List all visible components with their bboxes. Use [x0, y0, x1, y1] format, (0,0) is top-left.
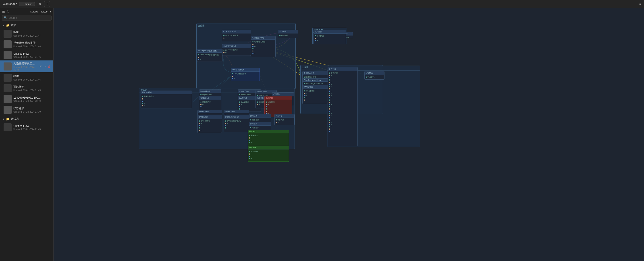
node-body: SAM处理器────	[198, 119, 222, 132]
export-icon[interactable]: ↗	[44, 53, 47, 57]
list-item-untitled-flow[interactable]: Untitled Flow Updated: 05-01-2024 21:46 …	[0, 50, 53, 60]
node-SAM处理器[interactable]: SAM处理器 SAM处理器────	[302, 85, 328, 104]
search-input[interactable]	[8, 16, 50, 20]
export-icon[interactable]: ↗	[44, 32, 47, 36]
item-info: 模仿 Updated: 05-01-2024 21:46	[14, 74, 42, 81]
delete-icon[interactable]: 🗑	[48, 86, 51, 90]
export-icon[interactable]: ↗	[44, 76, 47, 80]
add-button[interactable]: +	[44, 1, 50, 7]
delete-icon[interactable]: 🗑	[48, 76, 51, 80]
folder-icon: 📁	[6, 24, 10, 27]
node-CLIP文本编码器[interactable]: CLIP文本编码器 CLIP文本编码器─	[222, 44, 251, 56]
item-date: Updated: 05-01-2024 21:46	[14, 78, 42, 81]
delete-icon[interactable]: 🗑	[48, 97, 51, 101]
list-item-mofang[interactable]: 模仿 Updated: 05-01-2024 21:46 ↗ 🗑	[0, 72, 53, 83]
node-CLIP文本编码器[interactable]: CLIP文本编码器 CLIP文本编码器─	[222, 30, 251, 41]
node-header: 图像输出	[248, 130, 289, 134]
node-body: K采样器(高级)─────	[251, 40, 275, 55]
thumbnail	[4, 84, 12, 92]
delete-icon[interactable]: 🗑	[48, 32, 51, 36]
delete-icon[interactable]: 🗑	[48, 42, 51, 46]
folder-icon: 📁	[6, 117, 10, 121]
list-item-yichu-beijing[interactable]: 移除背景 Updated: 04-28-2024 13:30 ↗ 🗑	[0, 104, 53, 115]
node-采样预设[interactable]: 采样预设 采样预设──	[314, 30, 346, 44]
node-参数列表[interactable]: 参数列表 参数列表──────────────────────────	[328, 67, 358, 146]
delete-icon[interactable]: 🗑	[48, 64, 51, 68]
list-item-renwu-gengti[interactable]: 人物背景替换工作流 Updated: 05-01-2024 21:46 🏷 ↗ …	[0, 60, 53, 72]
export-icon[interactable]: ↗	[44, 64, 47, 68]
thumbnail	[4, 74, 12, 82]
panel-title-p1: 交生图	[196, 24, 296, 28]
workspace-label: Workspace	[3, 2, 17, 6]
node-header: 视频编码器	[199, 96, 221, 100]
item-info: 视频转绘 视频换脸 Updated: 05-01-2024 21:46	[14, 41, 42, 48]
node-header: SAM处理器	[198, 115, 222, 119]
node-body: SAM处理器(简易)───	[224, 119, 249, 130]
item-date: Updated: 05-01-2024 21:45	[14, 128, 42, 130]
node-header: Impact Pack	[199, 90, 221, 93]
thumbnail-placeholder	[4, 51, 12, 59]
node-header: VAE解码	[278, 30, 298, 34]
node-header: CLIP文本编码器	[222, 44, 251, 48]
node-header: 采样预设	[314, 30, 346, 34]
sort-dropdown[interactable]: newest	[40, 10, 48, 13]
list-item-untitled-flow-2[interactable]: Untitled Flow Updated: 05-01-2024 21:45 …	[0, 122, 53, 133]
node-VAE解码[interactable]: VAE解码 VAE解码	[278, 30, 298, 38]
export-icon[interactable]: ↗	[44, 86, 47, 90]
node-预览图像[interactable]: 预览图像 预览图像───	[248, 146, 289, 162]
list-item-shipin-huanlian[interactable]: 视频转绘 视频换脸 Updated: 05-01-2024 21:46 ↗ 🗑	[0, 39, 53, 50]
delete-icon[interactable]: 🗑	[48, 125, 51, 130]
node-header: CLIP文本编码器	[222, 30, 251, 34]
node-header: SAM处理器(简易)	[224, 115, 249, 119]
list-item-huanlian[interactable]: 换脸 Updated: 05-01-2024 21:47 ↗ 🗑	[0, 28, 53, 39]
node-VAC采样器输出[interactable]: VAC采样器输出 VAC采样器输出──	[231, 68, 260, 81]
chevron-icon: ▼	[2, 118, 5, 120]
category-name: 待成品	[11, 117, 51, 121]
node-body: VAE解码	[364, 75, 384, 79]
item-info: Untitled Flow Updated: 05-01-2024 21:45	[14, 124, 42, 130]
node-header: SAM处理器	[302, 85, 328, 89]
export-icon[interactable]: ↗	[44, 108, 47, 112]
node-K采样器(高级)[interactable]: K采样器(高级) K采样器(高级)─────	[251, 36, 276, 57]
category-header-chengpin[interactable]: ▼ 📁 成品	[0, 22, 53, 28]
item-date: Updated: 05-01-2024 21:45	[14, 89, 42, 92]
export-icon[interactable]: ↗	[44, 42, 47, 46]
node-header: Impact Pack	[198, 110, 222, 113]
search-box: 🔍	[2, 15, 52, 20]
node-Checkpoint加载器(简易)[interactable]: Checkpoint加载器(简易) Checkpoint加载器(简易)──	[197, 49, 222, 62]
category-header-daichengpin[interactable]: ▼ 📁 待成品	[0, 116, 53, 122]
delete-icon[interactable]: 🗑	[48, 108, 51, 112]
menu-icon[interactable]: ≡	[639, 2, 641, 6]
item-name: 面部修复	[14, 85, 42, 89]
list-item-video-file[interactable]: 1142679393971-100024.mp4 Updated: 04-28-…	[0, 94, 53, 104]
refresh-icon[interactable]: ↻	[7, 10, 9, 14]
export-icon[interactable]: ↗	[44, 97, 47, 101]
canvas-area[interactable]: 交生图交生图文生图采样参数文生图 CLIP文本编码器 CLIP文本编码器─ VA…	[54, 8, 644, 261]
node-图像输出[interactable]: 图像输出 图像输出───	[248, 130, 289, 147]
list-item-mianbu-xiufu[interactable]: 面部修复 Updated: 05-01-2024 21:45 ↗ 🗑	[0, 83, 53, 94]
export-icon[interactable]: ↗	[44, 125, 47, 130]
node-VAE解码[interactable]: VAE解码 VAE解码	[364, 71, 384, 80]
node-图像加载预览[interactable]: 图像加载预览 图像加载预览────	[140, 90, 192, 108]
copy-button[interactable]: ⧉	[36, 1, 42, 7]
node-body: Checkpoint加载器(简易)──	[197, 53, 222, 61]
category-group-chengpin: ▼ 📁 成品 换脸 Updated: 05-01-2024 21:47 ↗ 🗑 …	[0, 22, 53, 115]
item-name: 人物背景替换工作流	[14, 62, 37, 66]
thumbnail-placeholder	[4, 40, 12, 48]
node-SAM处理器[interactable]: SAM处理器 SAM处理器────	[198, 115, 222, 133]
sort-chevron-icon[interactable]: ▾	[50, 10, 51, 13]
node-视频编码器[interactable]: 视频编码器 视频编码器──	[199, 96, 221, 111]
node-body: 批次结果─────	[265, 100, 292, 115]
item-name: 模仿	[14, 74, 42, 78]
node-K采样器[interactable]: K采样器 K采样器─	[274, 114, 294, 125]
node-SAM处理器(简易)[interactable]: SAM处理器(简易) SAM处理器(简易)───	[224, 115, 249, 132]
delete-icon[interactable]: 🗑	[48, 53, 51, 57]
node-header: Checkpoint加载器(简易)	[197, 49, 222, 53]
import-button[interactable]: ↑ ↑ Import	[19, 2, 35, 6]
tag-icon[interactable]: 🏷	[39, 64, 42, 68]
copy-icon: ⧉	[38, 2, 40, 6]
grid-icon[interactable]: ⊞	[2, 10, 5, 14]
node-header: 参数列表	[328, 67, 358, 71]
item-date: Updated: 04-28-2024 18:48	[14, 100, 42, 102]
node-header: VAE解码	[364, 72, 384, 75]
